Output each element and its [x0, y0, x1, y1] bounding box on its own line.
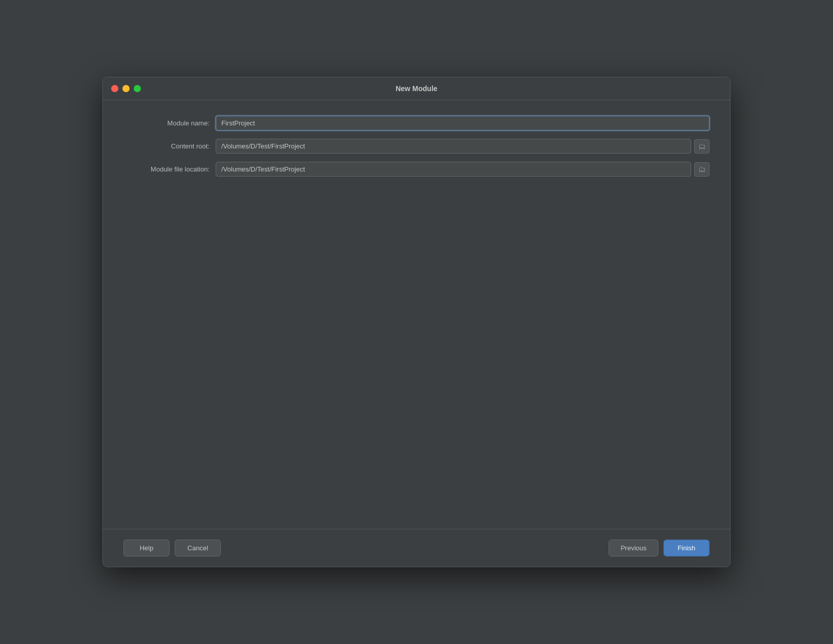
new-module-dialog: New Module Module name: Content root: 🗂 …: [102, 77, 731, 567]
content-root-browse-button[interactable]: 🗂: [694, 139, 710, 154]
title-bar: New Module: [103, 77, 730, 100]
footer-left-buttons: Help Cancel: [123, 540, 221, 556]
cancel-button[interactable]: Cancel: [175, 540, 221, 556]
content-root-row: Content root: 🗂: [123, 139, 710, 154]
content-root-label: Content root:: [123, 142, 216, 150]
finish-button[interactable]: Finish: [663, 540, 710, 556]
maximize-button[interactable]: [134, 85, 141, 92]
minimize-button[interactable]: [122, 85, 130, 92]
dialog-footer: Help Cancel Previous Finish: [103, 529, 730, 567]
help-button[interactable]: Help: [123, 540, 170, 556]
content-root-input-wrapper: 🗂: [216, 139, 710, 154]
module-file-location-browse-button[interactable]: 🗂: [694, 162, 710, 177]
module-file-location-label: Module file location:: [123, 165, 216, 173]
module-name-input[interactable]: [216, 116, 710, 131]
module-name-label: Module name:: [123, 119, 216, 127]
module-file-location-input[interactable]: [216, 162, 691, 177]
folder-icon-2: 🗂: [698, 165, 706, 174]
window-controls: [111, 85, 141, 92]
footer-right-buttons: Previous Finish: [609, 540, 710, 556]
content-root-input[interactable]: [216, 139, 691, 154]
dialog-content: Module name: Content root: 🗂 Module file…: [103, 100, 730, 529]
module-name-row: Module name:: [123, 116, 710, 131]
folder-icon: 🗂: [698, 142, 706, 151]
module-file-location-row: Module file location: 🗂: [123, 162, 710, 177]
previous-button[interactable]: Previous: [609, 540, 658, 556]
close-button[interactable]: [111, 85, 118, 92]
content-spacer: [123, 185, 710, 513]
module-file-location-input-wrapper: 🗂: [216, 162, 710, 177]
module-name-input-wrapper: [216, 116, 710, 131]
dialog-title: New Module: [395, 84, 438, 93]
